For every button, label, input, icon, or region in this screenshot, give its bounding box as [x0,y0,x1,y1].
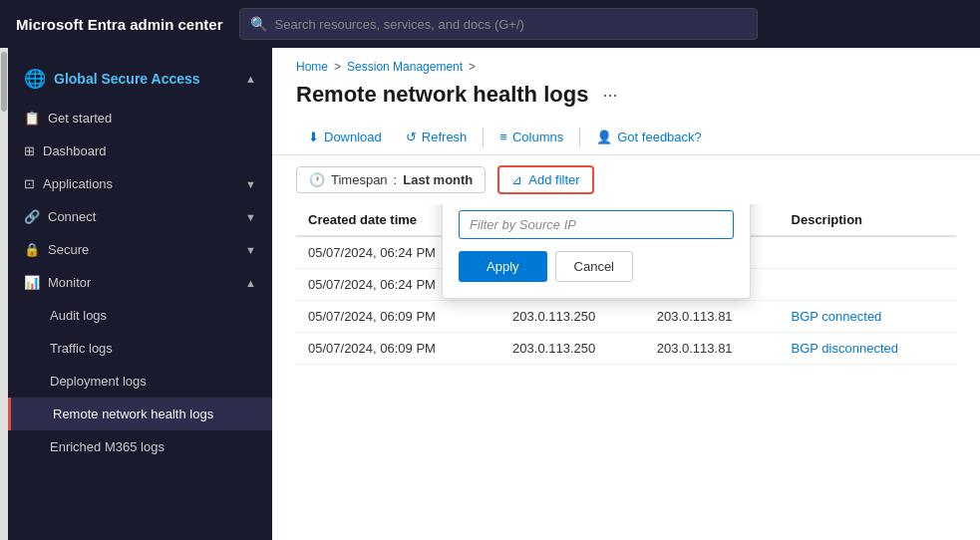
scroll-handle[interactable] [0,48,8,540]
sidebar-item-label: Secure [48,242,89,257]
col-description: Description [780,204,956,236]
cell-destination: 203.0.113.81 [645,301,780,333]
source-ip-popup: Source IP Apply Cancel [442,204,751,299]
sidebar-item-remote-network-health-logs[interactable]: Remote network health logs [8,398,272,430]
dashboard-icon: ⊞ [24,143,35,158]
chevron-up-icon: ▲ [245,73,256,85]
sidebar: 🌐 Global Secure Access ▲ 📋 Get started ⊞… [8,48,272,540]
top-bar: Microsoft Entra admin center 🔍 [0,0,980,48]
source-ip-input[interactable] [459,210,734,239]
cell-destination: 203.0.113.81 [645,333,780,365]
cell-created: 05/07/2024, 06:09 PM [296,333,500,365]
table-container: Source IP Apply Cancel Created date time… [272,204,980,540]
chevron-down-icon: ▼ [245,211,256,223]
download-label: Download [324,130,382,144]
toolbar-separator-2 [579,128,580,147]
sidebar-item-deployment-logs[interactable]: Deployment logs [8,365,272,398]
add-filter-label: Add filter [528,172,579,187]
chevron-down-icon: ▼ [245,178,256,190]
cell-description: BGP connected [780,301,956,333]
sidebar-item-label: Get started [48,111,112,126]
breadcrumb-session-management[interactable]: Session Management [347,60,463,74]
download-button[interactable]: ⬇ Download [296,124,394,150]
main-layout: 🌐 Global Secure Access ▲ 📋 Get started ⊞… [0,48,980,540]
sidebar-item-get-started[interactable]: 📋 Get started [8,102,272,135]
columns-icon: ≡ [499,130,507,144]
sidebar-item-connect[interactable]: 🔗 Connect ▼ [8,200,272,233]
sidebar-item-dashboard[interactable]: ⊞ Dashboard [8,135,272,167]
popup-actions: Apply Cancel [459,251,734,282]
ellipsis-button[interactable]: ··· [596,83,623,108]
search-input[interactable] [275,17,747,32]
refresh-label: Refresh [422,130,468,144]
get-started-icon: 📋 [24,111,40,126]
sidebar-item-label: Deployment logs [50,374,147,389]
columns-button[interactable]: ≡ Columns [488,124,575,150]
sidebar-global-secure-access[interactable]: 🌐 Global Secure Access ▲ [8,56,272,102]
cell-created: 05/07/2024, 06:09 PM [296,301,500,333]
content-area: Home > Session Management > Remote netwo… [272,48,980,540]
toolbar-separator-1 [483,128,484,147]
toolbar: ⬇ Download ↺ Refresh ≡ Columns 👤 Got fee… [272,120,980,155]
cancel-button[interactable]: Cancel [555,251,633,282]
timespan-label: Timespan [331,172,388,187]
cell-source: 203.0.113.250 [500,333,645,365]
timespan-value: Last month [403,172,473,187]
sidebar-item-audit-logs[interactable]: Audit logs [8,299,272,332]
breadcrumb: Home > Session Management > [272,48,980,78]
globe-icon: 🌐 [24,68,46,90]
sidebar-item-traffic-logs[interactable]: Traffic logs [8,332,272,365]
sidebar-global-secure-label: Global Secure Access [54,71,200,87]
filter-icon: ⊿ [511,172,522,187]
search-bar[interactable]: 🔍 [239,8,758,40]
breadcrumb-sep-2: > [469,60,476,74]
cell-description: BGP disconnected [780,333,956,365]
refresh-icon: ↺ [406,130,417,144]
search-icon: 🔍 [250,16,267,32]
sidebar-item-monitor[interactable]: 📊 Monitor ▲ [8,266,272,299]
chevron-down-icon: ▼ [245,244,256,256]
apply-button[interactable]: Apply [459,251,547,282]
sidebar-item-label: Applications [43,176,113,191]
columns-label: Columns [512,130,563,144]
refresh-button[interactable]: ↺ Refresh [394,124,480,150]
chevron-up-icon: ▲ [245,277,256,289]
sidebar-item-label: Enriched M365 logs [50,439,164,454]
description-link[interactable]: BGP disconnected [792,341,898,356]
app-title: Microsoft Entra admin center [16,16,223,33]
breadcrumb-sep-1: > [334,60,341,74]
timespan-colon: : [394,172,398,187]
sidebar-item-label: Remote network health logs [53,406,213,421]
cell-description [780,236,956,269]
table-row: 05/07/2024, 06:09 PM203.0.113.250203.0.1… [296,333,956,365]
table-row: 05/07/2024, 06:09 PM203.0.113.250203.0.1… [296,301,956,333]
monitor-icon: 📊 [24,275,40,290]
feedback-icon: 👤 [596,130,612,144]
sidebar-item-secure[interactable]: 🔒 Secure ▼ [8,233,272,266]
description-link[interactable]: BGP connected [792,309,882,324]
sidebar-item-label: Dashboard [43,143,107,158]
feedback-label: Got feedback? [617,130,702,144]
sidebar-item-label: Traffic logs [50,341,113,356]
page-title: Remote network health logs [296,82,588,108]
filter-bar: 🕐 Timespan : Last month ⊿ Add filter [272,155,980,204]
scroll-thumb [1,52,7,112]
feedback-button[interactable]: 👤 Got feedback? [584,124,714,150]
sidebar-item-label: Audit logs [50,308,107,323]
secure-icon: 🔒 [24,242,40,257]
sidebar-item-label: Monitor [48,275,91,290]
sidebar-item-enriched-m365-logs[interactable]: Enriched M365 logs [8,430,272,463]
cell-description [780,269,956,301]
applications-icon: ⊡ [24,176,35,191]
clock-icon: 🕐 [309,172,325,187]
add-filter-button[interactable]: ⊿ Add filter [497,165,593,194]
sidebar-item-applications[interactable]: ⊡ Applications ▼ [8,167,272,200]
sidebar-item-label: Connect [48,209,96,224]
page-title-row: Remote network health logs ··· [272,78,980,120]
breadcrumb-home[interactable]: Home [296,60,328,74]
timespan-button[interactable]: 🕐 Timespan : Last month [296,166,486,193]
connect-icon: 🔗 [24,209,40,224]
cell-source: 203.0.113.250 [500,301,645,333]
download-icon: ⬇ [308,130,319,144]
